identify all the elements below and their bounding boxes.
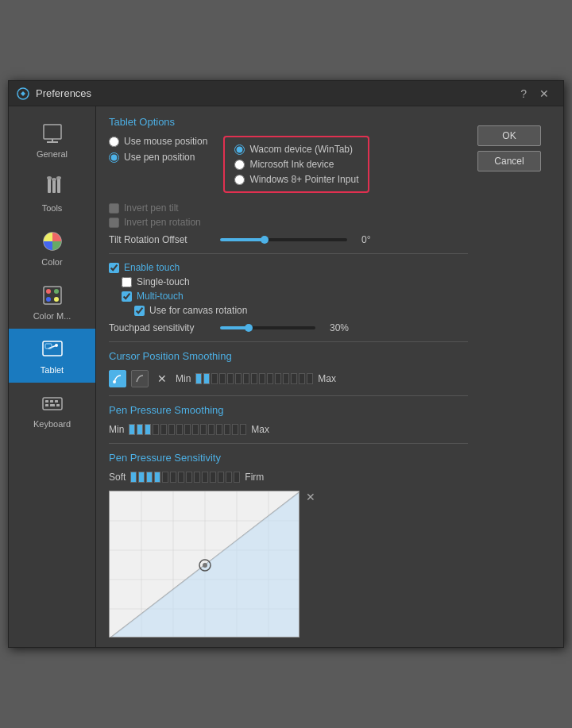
mouse-position-row[interactable]: Use mouse position — [109, 136, 207, 147]
svg-rect-6 — [57, 179, 60, 193]
canvas-rotation-label: Use for canvas rotation — [149, 305, 247, 316]
touchpad-sensitivity-row: Touchpad sensitivity 30% — [109, 322, 468, 333]
wacom-device-label: Wacom device (WinTab) — [249, 144, 353, 155]
svg-point-8 — [52, 178, 56, 181]
sidebar-item-general[interactable]: General — [9, 113, 95, 167]
pen-pressure-sensitivity-slider[interactable] — [130, 472, 240, 483]
ms-ink-radio[interactable] — [234, 160, 245, 170]
close-button[interactable]: ✕ — [533, 81, 555, 106]
pen-position-row[interactable]: Use pen position — [109, 152, 207, 163]
tilt-rotation-thumb[interactable] — [261, 236, 269, 244]
pen-pressure-smoothing-title: Pen Pressure Smoothing — [109, 404, 468, 416]
sidebar-item-color-m[interactable]: Color M... — [9, 275, 95, 329]
pp-tick-13 — [232, 424, 238, 435]
ps-tick-9 — [202, 472, 208, 483]
dialog-title: Preferences — [36, 87, 514, 99]
pen-position-label: Use pen position — [124, 152, 195, 163]
sidebar-label-tablet: Tablet — [41, 365, 64, 375]
single-touch-checkbox[interactable] — [122, 277, 132, 287]
pen-position-radio[interactable] — [109, 152, 119, 163]
cursor-smooth-icon1[interactable] — [109, 370, 126, 387]
canvas-rotation-checkbox[interactable] — [134, 306, 145, 316]
pen-pressure-smoothing-slider[interactable] — [129, 424, 246, 435]
invert-rotation-row: Invert pen rotation — [109, 217, 468, 228]
svg-point-7 — [47, 176, 52, 179]
enable-touch-row[interactable]: Enable touch — [109, 262, 468, 273]
tablet-icon — [40, 337, 65, 362]
ps-tick-13 — [234, 472, 240, 483]
ps-tick-7 — [186, 472, 192, 483]
touchpad-sensitivity-value: 30% — [330, 322, 349, 333]
win8-row[interactable]: Windows 8+ Pointer Input — [234, 174, 358, 185]
pressure-graph[interactable] — [109, 491, 300, 637]
cursor-smooth-clear[interactable]: ✕ — [153, 370, 171, 387]
cancel-button[interactable]: Cancel — [477, 151, 541, 171]
tablet-options-left: Tablet Options Use mouse position Use pe… — [109, 116, 468, 637]
sidebar-item-tools[interactable]: Tools — [9, 167, 95, 221]
svg-point-14 — [46, 297, 51, 302]
enable-touch-checkbox[interactable] — [109, 263, 119, 273]
wacom-device-radio[interactable] — [234, 144, 245, 155]
cursor-smoothing-slider[interactable] — [195, 373, 313, 384]
svg-rect-4 — [48, 179, 51, 193]
tilt-rotation-fill — [220, 238, 265, 241]
svg-rect-1 — [44, 125, 61, 139]
color-icon — [40, 229, 65, 254]
touchpad-sensitivity-thumb[interactable] — [245, 324, 253, 332]
pp-tick-5 — [168, 424, 175, 435]
pp-tick-3 — [153, 424, 159, 435]
cursor-smoothing-min-label: Min — [176, 373, 191, 384]
enable-touch-label: Enable touch — [124, 262, 180, 273]
app-icon — [17, 87, 29, 100]
win8-radio[interactable] — [234, 175, 245, 185]
tilt-rotation-slider-container[interactable] — [220, 238, 347, 241]
pp-tick-12 — [224, 424, 230, 435]
mouse-position-radio[interactable] — [109, 137, 119, 147]
pen-pressure-smoothing-max-label: Max — [251, 424, 269, 435]
titlebar: Preferences ? ✕ — [9, 81, 563, 106]
tools-icon — [40, 175, 65, 200]
wacom-device-row[interactable]: Wacom device (WinTab) — [234, 144, 358, 155]
touchpad-sensitivity-slider-container[interactable] — [220, 326, 315, 329]
svg-rect-23 — [55, 400, 58, 403]
tick-11 — [283, 373, 289, 384]
tick-7 — [251, 373, 257, 384]
svg-rect-11 — [44, 287, 61, 304]
single-touch-row[interactable]: Single-touch — [122, 276, 468, 287]
tick-1 — [203, 373, 210, 384]
svg-rect-26 — [56, 404, 60, 406]
tick-5 — [235, 373, 242, 384]
help-button[interactable]: ? — [514, 81, 533, 106]
ok-button[interactable]: OK — [477, 125, 541, 146]
cursor-smooth-icon2[interactable] — [131, 370, 149, 387]
pen-pressure-smoothing-min-label: Min — [109, 424, 124, 435]
cursor-smoothing-title: Cursor Position Smoothing — [109, 350, 468, 362]
canvas-rotation-row[interactable]: Use for canvas rotation — [134, 305, 468, 316]
sidebar-label-keyboard: Keyboard — [33, 419, 71, 429]
svg-point-18 — [55, 344, 58, 347]
tablet-options-area: Tablet Options Use mouse position Use pe… — [109, 116, 551, 637]
sidebar-item-color[interactable]: Color — [9, 221, 95, 275]
sidebar-item-keyboard[interactable]: Keyboard — [9, 383, 95, 437]
ps-tick-0 — [130, 472, 137, 483]
tablet-options-row: Use mouse position Use pen position — [109, 136, 468, 193]
sidebar-item-tablet[interactable]: Tablet — [9, 329, 95, 383]
svg-rect-20 — [43, 398, 62, 410]
pressure-graph-area: ✕ — [109, 491, 468, 637]
sidebar: General Tools — [9, 106, 96, 647]
graph-close-button[interactable]: ✕ — [306, 491, 315, 503]
position-options: Use mouse position Use pen position — [109, 136, 207, 193]
svg-point-9 — [56, 176, 61, 179]
multi-touch-label: Multi-touch — [137, 291, 184, 302]
svg-point-40 — [203, 563, 207, 568]
dialog-buttons: OK Cancel — [468, 116, 551, 181]
main-content: Tablet Options Use mouse position Use pe… — [96, 106, 563, 647]
multi-touch-row[interactable]: Multi-touch — [122, 291, 468, 302]
touchpad-sensitivity-track — [220, 326, 315, 329]
ps-tick-5 — [170, 472, 176, 483]
tick-4 — [227, 373, 234, 384]
win8-label: Windows 8+ Pointer Input — [249, 174, 358, 185]
multi-touch-checkbox[interactable] — [122, 291, 132, 302]
ms-ink-row[interactable]: Microsoft Ink device — [234, 159, 358, 170]
svg-rect-21 — [45, 400, 48, 403]
